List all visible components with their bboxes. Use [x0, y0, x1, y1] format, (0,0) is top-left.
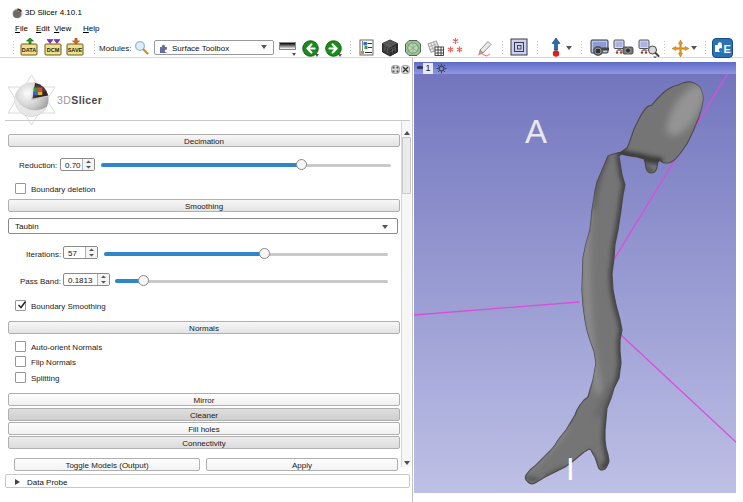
svg-text:E: E	[724, 43, 731, 55]
svg-text:DATA: DATA	[22, 47, 36, 53]
svg-text:SAVE: SAVE	[68, 47, 83, 53]
svg-text:DCM: DCM	[47, 47, 60, 53]
svg-text:3DSlicer: 3DSlicer	[57, 94, 102, 106]
